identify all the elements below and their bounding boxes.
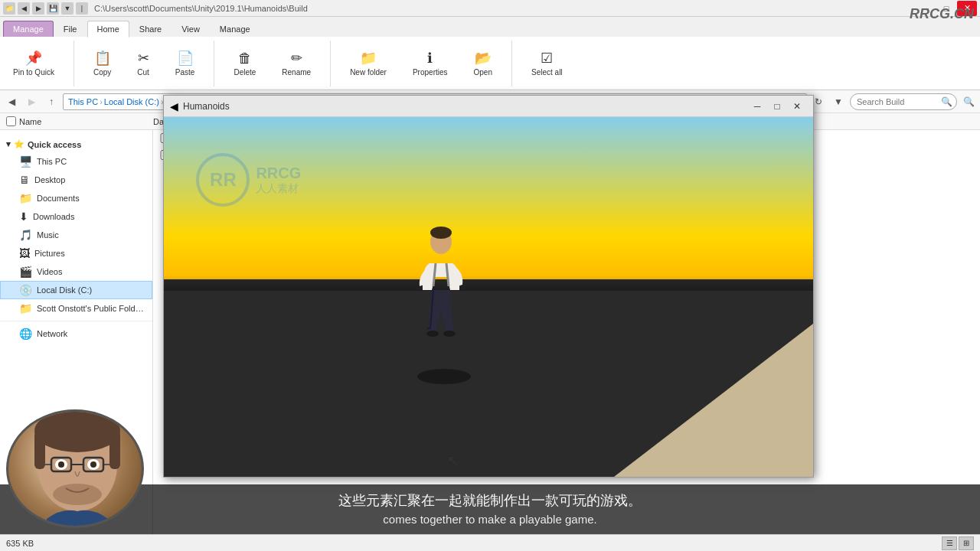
sidebar-item-scott-public[interactable]: 📁 Scott Onstott's Public Folder (... [0, 299, 152, 318]
sidebar-item-thispc[interactable]: 🖥️ This PC [0, 152, 152, 171]
save-icon-sm[interactable]: 💾 [47, 2, 59, 15]
videos-icon: 🎬 [19, 266, 32, 278]
sidebar-item-videos[interactable]: 🎬 Videos [0, 262, 152, 281]
subtitle-zh: 这些元素汇聚在一起就能制作出一款可玩的游戏。 [15, 491, 965, 511]
game-window: ◀ Humanoids ─ □ ✕ [163, 95, 814, 478]
watermark-rrcg: RRCG [256, 165, 301, 182]
svg-point-17 [58, 461, 64, 468]
music-icon: 🎵 [19, 229, 32, 241]
back-icon-sm[interactable]: ◀ [18, 2, 30, 15]
pictures-icon: 🖼 [19, 247, 30, 259]
pin-label: Pin to Quick [13, 68, 54, 77]
ribbon-open-btn[interactable]: 📂 Open [467, 46, 499, 80]
watermark-text-group: RRCG 人人素材 [256, 165, 301, 196]
search-area[interactable]: 🔍 [850, 93, 957, 110]
ribbon-tabs: Manage File Home Share View Manage [0, 17, 980, 37]
watermark-subtext: 人人素材 [256, 182, 301, 196]
ribbon-paste-btn[interactable]: 📄 Paste [168, 46, 202, 80]
ribbon-pin-btn[interactable]: 📌 Pin to Quick [6, 46, 61, 80]
pictures-label: Pictures [34, 249, 65, 258]
quick-access-section: ▾ ⭐ Quick access [0, 136, 152, 152]
tab-manage[interactable]: Manage [210, 21, 260, 37]
character-shadow [417, 369, 471, 384]
status-bar: 635 KB ☰ ⊞ [0, 534, 980, 551]
ribbon-copy-btn[interactable]: 📋 Copy [87, 46, 118, 80]
titlebar-path: C:\Users\scott\Documents\Unity\2019.1\Hu… [88, 4, 916, 13]
check-header[interactable]: Name [0, 116, 153, 126]
tab-home[interactable]: Home [87, 21, 129, 37]
fwd-icon-sm[interactable]: ▶ [32, 2, 44, 15]
tab-file[interactable]: File [54, 21, 87, 37]
svg-point-18 [90, 461, 96, 468]
newfolder-label: New folder [350, 68, 387, 77]
copy-label: Copy [93, 68, 111, 77]
newfolder-icon: 📁 [360, 50, 377, 67]
game-title-bar[interactable]: ◀ Humanoids ─ □ ✕ [164, 96, 813, 117]
ribbon-cut-btn[interactable]: ✂ Cut [130, 46, 156, 80]
sidebar-divider [0, 321, 152, 321]
horizon-shadow [164, 276, 813, 291]
sidebar-item-localdisk[interactable]: 💿 Local Disk (C:) [0, 281, 152, 299]
collapse-icon: ▾ [6, 139, 11, 149]
game-canvas: RR RRCG 人人素材 ↖ [164, 117, 813, 477]
game-close-button[interactable]: ✕ [787, 99, 807, 114]
tab-application-tools[interactable]: Manage [3, 21, 54, 37]
properties-label: Properties [413, 68, 448, 77]
subtitle-en: comes together to make a playable game. [15, 511, 965, 529]
ribbon-newfolder-btn[interactable]: 📁 New folder [343, 46, 394, 80]
game-title-icon: ◀ [170, 100, 178, 112]
ribbon-sep-3 [330, 41, 331, 86]
sidebar-item-desktop[interactable]: 🖥 Desktop [0, 171, 152, 189]
tab-share[interactable]: Share [129, 21, 172, 37]
game-maximize-button[interactable]: □ [767, 99, 787, 114]
tab-view[interactable]: View [172, 21, 210, 37]
paste-icon: 📄 [177, 50, 194, 67]
bc-localdisk[interactable]: Local Disk (C:) [104, 97, 159, 106]
select-label: Select all [531, 68, 563, 77]
back-button[interactable]: ◀ [3, 93, 20, 110]
quick-access-header[interactable]: ▾ ⭐ Quick access [0, 136, 152, 152]
sidebar-item-downloads[interactable]: ⬇ Downloads [0, 207, 152, 226]
ribbon-properties-btn[interactable]: ℹ Properties [406, 46, 455, 80]
title-bar-icons: 📁 ◀ ▶ 💾 ▼ | [3, 2, 88, 15]
cut-label: Cut [137, 68, 149, 77]
localdisk-label: Local Disk (C:) [37, 285, 92, 295]
sidebar-item-network[interactable]: 🌐 Network [0, 324, 152, 343]
ribbon-rename-btn[interactable]: ✏ Rename [275, 46, 318, 80]
divider-sm: | [76, 2, 88, 15]
webcam-face [8, 412, 142, 526]
thispc-label: This PC [37, 157, 67, 166]
music-label: Music [37, 230, 59, 240]
forward-button[interactable]: ▶ [23, 93, 40, 110]
list-view-btn[interactable]: ☰ [942, 536, 957, 550]
sidebar-item-music[interactable]: 🎵 Music [0, 226, 152, 244]
open-label: Open [474, 68, 492, 77]
ribbon-sep-2 [214, 41, 214, 86]
detail-view-btn[interactable]: ⊞ [959, 536, 974, 550]
rename-icon: ✏ [291, 50, 302, 67]
sidebar-item-pictures[interactable]: 🖼 Pictures [0, 244, 152, 262]
dropdown-sm[interactable]: ▼ [61, 2, 74, 15]
sidebar-item-documents[interactable]: 📁 Documents [0, 189, 152, 207]
game-minimize-button[interactable]: ─ [747, 99, 767, 114]
search-btn[interactable]: 🔍 [960, 93, 977, 110]
svg-rect-8 [34, 431, 45, 469]
webcam-overlay [6, 409, 144, 528]
name-header[interactable]: Name [19, 117, 41, 126]
up-button[interactable]: ↑ [43, 93, 60, 110]
refresh-dropdown[interactable]: ▼ [830, 93, 847, 110]
top-right-watermark: RRCG.CN [910, 6, 974, 22]
select-all-checkbox[interactable] [6, 116, 16, 126]
subtitle-bar: 这些元素汇聚在一起就能制作出一款可玩的游戏。 comes together to… [0, 484, 980, 535]
quick-access-label: Quick access [28, 140, 81, 149]
ribbon-select-btn[interactable]: ☑ Select all [524, 46, 570, 80]
desktop-label: Desktop [34, 175, 65, 184]
bc-thispc[interactable]: This PC [68, 97, 98, 106]
title-bar: 📁 ◀ ▶ 💾 ▼ | C:\Users\scott\Documents\Uni… [0, 0, 980, 17]
view-toggles: ☰ ⊞ [942, 536, 974, 550]
scott-public-icon: 📁 [19, 302, 32, 315]
ribbon-content: 📌 Pin to Quick 📋 Copy ✂ Cut 📄 Paste 🗑 De… [0, 37, 980, 90]
ribbon-delete-btn[interactable]: 🗑 Delete [227, 47, 263, 80]
refresh-area: ↻ ▼ [810, 93, 847, 110]
watermark-logo: RR [196, 153, 250, 207]
